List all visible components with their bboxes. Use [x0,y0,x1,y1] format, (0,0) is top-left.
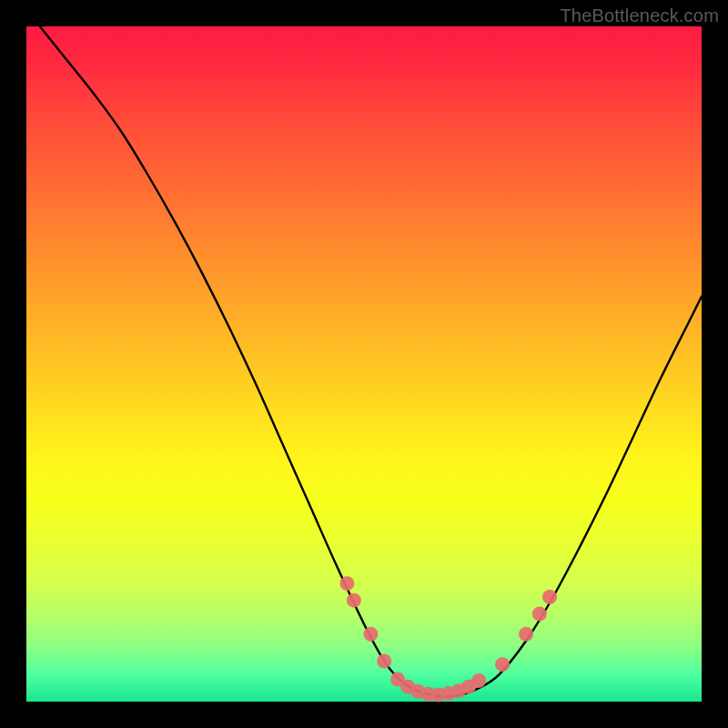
curve-marker [542,590,557,604]
curve-marker [495,657,510,672]
curve-marker [377,653,391,668]
bottleneck-curve [40,26,702,696]
curve-marker [363,627,378,642]
chart-frame: TheBottleneck.com [0,0,728,728]
curve-marker [519,627,533,642]
curve-marker [532,607,547,622]
curve-layer [26,26,702,702]
plot-area [26,26,702,702]
curve-markers [339,576,557,702]
curve-marker [347,593,361,608]
curve-marker [471,673,486,688]
watermark-text: TheBottleneck.com [560,5,719,26]
curve-marker [339,576,354,591]
